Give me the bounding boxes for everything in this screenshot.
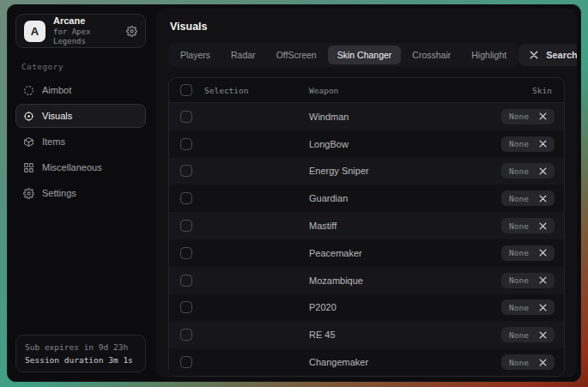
skin-value: None — [509, 194, 529, 203]
skin-value: None — [509, 330, 529, 340]
app-name: Arcane — [53, 15, 118, 27]
select-all-checkbox[interactable] — [180, 84, 192, 96]
row-checkbox[interactable] — [180, 301, 192, 313]
gear-icon — [23, 188, 34, 199]
tab-crosshair[interactable]: Crosshair — [403, 45, 460, 64]
weapon-name: RE 45 — [309, 330, 336, 340]
app-subtitle: for Apex Legends — [53, 27, 118, 47]
table-row: P2020 None — [169, 294, 564, 322]
table-row: LongBow None — [169, 130, 564, 158]
clear-skin-icon[interactable] — [539, 276, 547, 284]
sidebar-item-label: Visuals — [42, 111, 72, 121]
skin-badge[interactable]: None — [501, 218, 555, 233]
tab-radar[interactable]: Radar — [221, 45, 265, 64]
app-header-card: A Arcane for Apex Legends — [15, 14, 146, 48]
tab-bar: Players Radar OffScreen Skin Changer Cro… — [168, 43, 518, 67]
skin-changer-table: Selection Weapon Skin Windman None LongB… — [168, 77, 565, 377]
skin-value: None — [509, 248, 529, 257]
skin-value: None — [509, 166, 529, 176]
search-button-label: Search — [546, 50, 577, 60]
table-header-row: Selection Weapon Skin — [169, 78, 564, 103]
clear-skin-icon[interactable] — [539, 195, 547, 203]
clear-skin-icon[interactable] — [539, 222, 547, 230]
column-header-skin: Skin — [532, 86, 552, 95]
skin-value: None — [509, 221, 529, 231]
main-panel: Visuals Players Radar OffScreen Skin Cha… — [156, 9, 577, 378]
weapon-name: P2020 — [309, 302, 336, 312]
column-header-weapon: Weapon — [309, 86, 338, 95]
sidebar-item-visuals[interactable]: Visuals — [15, 104, 146, 128]
table-row: RE 45 None — [169, 321, 564, 348]
tab-highlight[interactable]: Highlight — [462, 45, 516, 64]
skin-badge[interactable]: None — [501, 136, 555, 152]
row-checkbox[interactable] — [180, 356, 192, 368]
clear-skin-icon[interactable] — [539, 359, 547, 366]
app-logo: A — [24, 21, 45, 42]
skin-badge[interactable]: None — [501, 327, 555, 342]
skin-badge[interactable]: None — [501, 109, 555, 124]
table-row: Changemaker None — [169, 348, 564, 376]
row-checkbox[interactable] — [180, 247, 192, 259]
sidebar-item-miscellaneous[interactable]: Miscellaneous — [15, 155, 146, 179]
subscription-status-card: Sub expires in 9d 23h Session duration 3… — [15, 335, 146, 372]
sub-expires-text: Sub expires in 9d 23h — [25, 342, 136, 352]
crosshair-icon — [23, 85, 34, 96]
category-label: Category — [21, 62, 146, 71]
row-checkbox[interactable] — [180, 111, 192, 123]
row-checkbox[interactable] — [180, 329, 192, 341]
skin-badge[interactable]: None — [501, 273, 555, 288]
table-row: Energy Sniper None — [169, 158, 564, 185]
skin-badge[interactable]: None — [501, 190, 555, 206]
session-duration-text: Session duration 3m 1s — [25, 355, 136, 365]
sidebar-item-label: Settings — [42, 188, 76, 198]
weapon-name: Peacemaker — [309, 248, 362, 258]
skin-value: None — [509, 112, 529, 121]
tab-skin-changer[interactable]: Skin Changer — [328, 45, 402, 64]
skin-badge[interactable]: None — [501, 163, 555, 178]
column-header-selection: Selection — [204, 86, 248, 95]
skin-value: None — [509, 139, 529, 148]
row-checkbox[interactable] — [180, 138, 192, 150]
table-row: Windman None — [169, 103, 564, 130]
tab-offscreen[interactable]: OffScreen — [267, 45, 326, 64]
skin-badge[interactable]: None — [501, 245, 555, 261]
weapon-name: Energy Sniper — [309, 166, 369, 176]
table-row: Guardian None — [169, 184, 564, 212]
weapon-name: Guardian — [309, 193, 348, 203]
weapon-name: LongBow — [309, 139, 349, 149]
sidebar-item-settings[interactable]: Settings — [15, 181, 146, 205]
table-row: Peacemaker None — [169, 239, 564, 267]
row-checkbox[interactable] — [180, 275, 192, 287]
clear-skin-icon[interactable] — [539, 112, 547, 120]
clear-skin-icon[interactable] — [539, 331, 547, 339]
clear-skin-icon[interactable] — [539, 249, 547, 257]
weapon-name: Mozambique — [309, 275, 363, 286]
tabs-row: Players Radar OffScreen Skin Changer Cro… — [168, 43, 565, 67]
tab-players[interactable]: Players — [171, 45, 220, 64]
sidebar-item-label: Items — [42, 136, 65, 147]
search-icon — [530, 51, 538, 59]
clear-skin-icon[interactable] — [539, 167, 547, 175]
table-row: Mozambique None — [169, 267, 564, 294]
grid-icon — [23, 162, 34, 173]
sidebar-item-label: Aimbot — [42, 85, 71, 95]
row-checkbox[interactable] — [180, 220, 192, 232]
sidebar-item-aimbot[interactable]: Aimbot — [15, 78, 146, 102]
skin-badge[interactable]: None — [501, 299, 555, 315]
weapon-name: Changemaker — [309, 357, 368, 367]
clear-skin-icon[interactable] — [539, 304, 547, 311]
sidebar: A Arcane for Apex Legends Category Aimbo… — [8, 5, 154, 381]
skin-value: None — [509, 358, 529, 367]
app-title-block: Arcane for Apex Legends — [53, 15, 118, 46]
search-button[interactable]: Search — [518, 44, 577, 66]
row-checkbox[interactable] — [180, 192, 192, 204]
skin-badge[interactable]: None — [501, 354, 555, 370]
clear-skin-icon[interactable] — [539, 140, 547, 148]
sidebar-item-items[interactable]: Items — [15, 130, 146, 154]
box-icon — [23, 136, 34, 148]
row-checkbox[interactable] — [180, 165, 192, 177]
page-title: Visuals — [170, 21, 565, 33]
sidebar-item-label: Miscellaneous — [42, 162, 102, 172]
weapon-name: Mastiff — [309, 221, 336, 231]
gear-icon[interactable] — [126, 26, 137, 37]
